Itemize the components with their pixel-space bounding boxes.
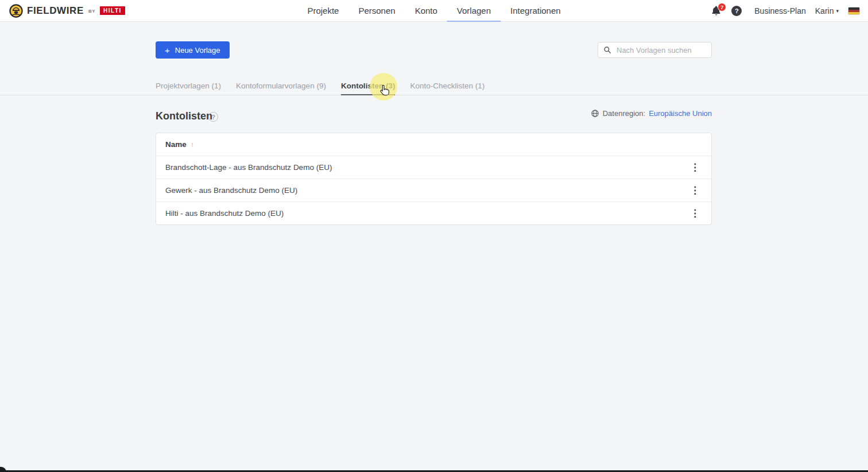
search-input[interactable] [615,45,706,55]
brand-by-label: BY [88,9,95,14]
fieldwire-logo[interactable]: FIELDWIRE BY HILTI [9,4,125,18]
row-menu-icon[interactable]: ⋮ [684,183,706,198]
title-help-icon[interactable]: ? [208,112,218,122]
dataregion-link[interactable]: Europäische Union [649,109,712,118]
sort-ascending-icon[interactable]: ↑ [191,140,195,149]
search-icon [603,46,611,54]
fieldwire-worker-icon [9,4,23,18]
new-template-label: Neue Vorlage [175,46,220,55]
template-tabs: Projektvorlagen (1) Kontoformularvorlage… [156,77,485,95]
table-row[interactable]: Hilti - aus Brandschutz Demo (EU) ⋮ [156,202,711,225]
tab-konto-checklisten[interactable]: Konto-Checklisten (1) [410,77,485,95]
kontolisten-table: Name ↑ Brandschott-Lage - aus Brandschut… [156,133,712,225]
globe-icon [591,109,599,118]
top-bar: FIELDWIRE BY HILTI Projekte Personen Kon… [0,0,868,22]
page-title: Kontolisten [156,110,212,122]
brand-name: FIELDWIRE [27,5,84,17]
user-menu[interactable]: Karin ▾ [815,6,839,16]
row-menu-icon[interactable]: ⋮ [684,160,706,175]
tab-kontolisten[interactable]: Kontolisten (3) [341,77,396,95]
column-header-name[interactable]: Name [165,140,187,149]
templates-page: FIELDWIRE BY HILTI Projekte Personen Kon… [0,0,868,472]
row-name: Hilti - aus Brandschutz Demo (EU) [165,209,284,218]
main-nav: Projekte Personen Konto Vorlagen Integra… [297,0,570,22]
row-menu-icon[interactable]: ⋮ [684,206,706,220]
row-name: Brandschott-Lage - aus Brandschutz Demo … [165,163,332,172]
nav-item-integrationen[interactable]: Integrationen [501,0,571,22]
template-search [598,42,712,58]
tab-kontoformularvorlagen[interactable]: Kontoformularvorlagen (9) [236,77,326,95]
chevron-down-icon: ▾ [836,8,839,14]
table-header-row: Name ↑ [156,133,711,156]
language-flag-german[interactable] [848,7,860,15]
nav-item-konto[interactable]: Konto [405,0,447,22]
plan-label: Business-Plan [754,6,806,16]
hilti-logo: HILTI [100,6,125,15]
notifications-button[interactable]: 7 [711,5,722,17]
tab-projektvorlagen[interactable]: Projektvorlagen (1) [156,77,221,95]
plus-icon: + [165,45,170,55]
dataregion-label: Datenregion: [603,109,645,118]
nav-item-projekte[interactable]: Projekte [297,0,348,22]
screen-corner-artifact [0,467,6,472]
user-name: Karin [815,6,834,16]
table-row[interactable]: Gewerk - aus Brandschutz Demo (EU) ⋮ [156,179,711,202]
nav-item-vorlagen[interactable]: Vorlagen [447,0,501,22]
help-button[interactable]: ? [731,6,742,16]
dataregion-row: Datenregion: Europäische Union [591,109,712,118]
top-bar-right: 7 ? Business-Plan Karin ▾ [711,0,860,22]
notification-badge: 7 [718,3,726,11]
nav-item-personen[interactable]: Personen [348,0,405,22]
new-template-button[interactable]: + Neue Vorlage [156,41,230,59]
table-row[interactable]: Brandschott-Lage - aus Brandschutz Demo … [156,156,711,179]
row-name: Gewerk - aus Brandschutz Demo (EU) [165,186,297,195]
